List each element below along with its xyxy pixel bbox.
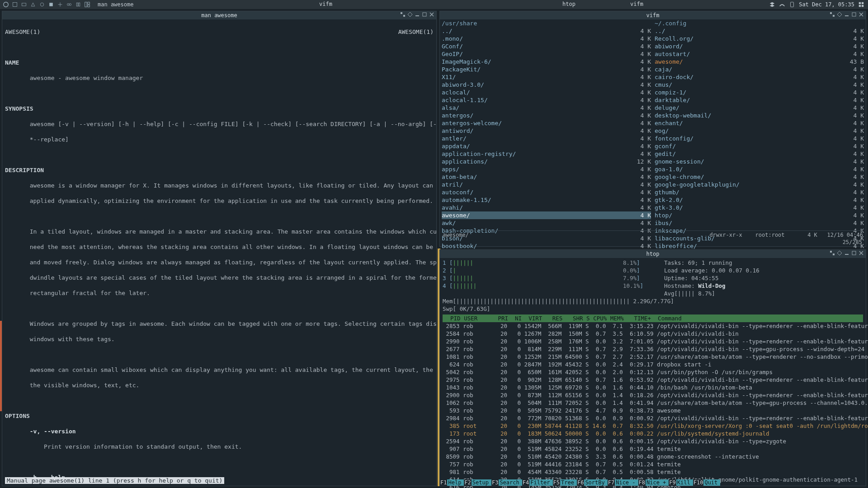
file-row[interactable]: enchant/4 K: [655, 119, 864, 127]
process-row[interactable]: 757 rob 20 0 519M 44416 23184 S 0.7 0.5 …: [443, 460, 863, 468]
file-row[interactable]: antergos/4 K: [442, 112, 651, 119]
file-row[interactable]: deluge/4 K: [655, 104, 864, 112]
file-row[interactable]: X11/4 K: [442, 73, 651, 81]
fkey-label[interactable]: Kill: [676, 479, 693, 486]
fkey-label[interactable]: SortBy: [584, 479, 607, 486]
process-row[interactable]: 1043 rob 20 0 1305M 125M 69720 S 0.0 1.6…: [443, 384, 863, 391]
file-row[interactable]: gthumb/4 K: [655, 188, 864, 196]
process-row[interactable]: 593 rob 20 0 505M 75792 24176 S 4.7 0.9 …: [443, 407, 863, 414]
file-row[interactable]: cairo-dock/4 K: [655, 73, 864, 81]
tray-dropbox-icon[interactable]: [769, 1, 775, 8]
ontop-icon[interactable]: [400, 12, 406, 17]
file-row[interactable]: goa-1.0/4 K: [655, 165, 864, 173]
layout-indicator-icon[interactable]: [858, 1, 864, 8]
process-row[interactable]: 2990 rob 20 0 1006M 258M 176M S 0.0 3.2 …: [443, 338, 863, 345]
sticky-icon[interactable]: [407, 12, 413, 17]
file-row[interactable]: antergos-welcome/4 K: [442, 119, 651, 127]
file-row[interactable]: htop/4 K: [655, 211, 864, 219]
fkey-f1[interactable]: F1: [440, 479, 447, 486]
process-row[interactable]: 385 root 20 0 230M 58744 41128 S 14.6 0.…: [443, 422, 863, 430]
file-row[interactable]: awesome/4 K: [442, 211, 651, 219]
process-row[interactable]: 981 rob 20 0 454M 43340 23228 S 0.7 0.5 …: [443, 468, 863, 476]
file-row[interactable]: gtk-3.0/4 K: [655, 204, 864, 211]
file-row[interactable]: autoconf/4 K: [442, 188, 651, 196]
file-row[interactable]: Recoll.org/4 K: [655, 35, 864, 42]
file-row[interactable]: PackageKit/4 K: [442, 66, 651, 73]
tag-2-icon[interactable]: [21, 1, 27, 8]
maximize-icon[interactable]: [851, 250, 857, 256]
fkey-f8[interactable]: F8: [638, 479, 646, 486]
fkey-f10[interactable]: F10: [693, 479, 704, 486]
htop-header[interactable]: PID USER PRI NI VIRT RES SHR S CPU% MEM%…: [443, 314, 863, 322]
awesome-menu-icon[interactable]: [3, 1, 9, 8]
fkey-f7[interactable]: F7: [608, 479, 615, 486]
file-row[interactable]: abiword/4 K: [655, 42, 864, 50]
tag-8-icon[interactable]: [75, 1, 81, 8]
fkey-f6[interactable]: F6: [577, 479, 584, 486]
file-row[interactable]: awk/4 K: [442, 219, 651, 227]
task-vifm[interactable]: vifm: [319, 1, 332, 7]
minimize-icon[interactable]: [844, 12, 849, 17]
minimize-icon[interactable]: [844, 250, 849, 256]
file-row[interactable]: automake-1.15/4 K: [442, 196, 651, 204]
fkey-f3[interactable]: F3: [491, 479, 499, 486]
file-row[interactable]: appdata/4 K: [442, 142, 651, 150]
tag-3-icon[interactable]: [30, 1, 36, 8]
minimize-icon[interactable]: [415, 12, 420, 17]
fkey-label[interactable]: Filter: [529, 479, 552, 486]
file-row[interactable]: avahi/4 K: [442, 204, 651, 211]
file-row[interactable]: caja/4 K: [655, 66, 864, 73]
fkey-f2[interactable]: F2: [464, 479, 471, 486]
file-row[interactable]: gedit/4 K: [655, 150, 864, 158]
sticky-icon[interactable]: [837, 250, 842, 256]
file-row[interactable]: autostart/4 K: [655, 50, 864, 58]
file-row[interactable]: gnome-session/4 K: [655, 158, 864, 165]
file-row[interactable]: cmus/4 K: [655, 81, 864, 89]
htop-content[interactable]: 1 [|||||| 8.1%] 2 [| 0.0%] 3 [|||||| 7.9…: [440, 258, 866, 488]
maximize-icon[interactable]: [422, 12, 427, 17]
close-icon[interactable]: [429, 12, 434, 17]
fkey-label[interactable]: Help: [447, 479, 464, 486]
file-row[interactable]: ImageMagick-6/4 K: [442, 58, 651, 66]
process-row[interactable]: 2984 rob 20 0 772M 70820 51368 S 0.0 0.9…: [443, 414, 863, 422]
file-row[interactable]: atom-beta/4 K: [442, 173, 651, 181]
file-row[interactable]: google-googletalkplugin/4 K: [655, 181, 864, 188]
fkey-f4[interactable]: F4: [522, 479, 529, 486]
process-row[interactable]: 624 rob 20 0 2847M 192M 45432 S 0.0 2.4 …: [443, 361, 863, 368]
task-htop[interactable]: htop: [562, 1, 576, 7]
process-row[interactable]: 173 root 20 0 183M 50624 50000 S 0.0 0.6…: [443, 430, 863, 437]
file-row[interactable]: compiz-1/4 K: [655, 89, 864, 96]
file-row[interactable]: awesome/43 B: [655, 58, 864, 66]
tag-4-icon[interactable]: [39, 1, 45, 8]
close-icon[interactable]: [859, 12, 864, 17]
htop-process-list[interactable]: 2853 rob 20 0 1542M 566M 119M S 0.0 7.1 …: [443, 322, 863, 488]
process-row[interactable]: 2594 rob 20 0 388M 47636 38952 S 0.0 0.6…: [443, 437, 863, 445]
file-row[interactable]: eog/4 K: [655, 127, 864, 135]
close-icon[interactable]: [859, 250, 864, 256]
file-row[interactable]: alsa/4 K: [442, 104, 651, 112]
tag-6-icon[interactable]: [57, 1, 63, 8]
process-row[interactable]: 2677 rob 20 0 814M 229M 111M S 0.7 2.9 7…: [443, 345, 863, 353]
ontop-icon[interactable]: [830, 12, 835, 17]
fkey-label[interactable]: Quit: [703, 479, 720, 486]
file-row[interactable]: apps/4 K: [442, 165, 651, 173]
fkey-label[interactable]: Nice -: [615, 479, 638, 486]
file-row[interactable]: desktop-webmail/4 K: [655, 112, 864, 119]
file-row[interactable]: gconf/4 K: [655, 142, 864, 150]
process-row[interactable]: 2975 rob 20 0 902M 128M 65140 S 0.7 1.6 …: [443, 376, 863, 384]
file-row[interactable]: GConf/4 K: [442, 42, 651, 50]
fkey-label[interactable]: Nice +: [646, 479, 669, 486]
terminal-man-awesome[interactable]: man awesome AWESOME(1)AWESOME(1) NAME aw…: [2, 11, 437, 486]
tray-network-icon[interactable]: [779, 1, 785, 8]
file-row[interactable]: applications/12 K: [442, 158, 651, 165]
file-row[interactable]: gtk-2.0/4 K: [655, 196, 864, 204]
file-row[interactable]: GeoIP/4 K: [442, 50, 651, 58]
process-row[interactable]: 2900 rob 20 0 873M 112M 65156 S 0.0 1.4 …: [443, 391, 863, 399]
file-row[interactable]: ../4 K: [442, 27, 651, 35]
process-row[interactable]: 5042 rob 20 0 650M 161M 42052 S 0.0 2.0 …: [443, 368, 863, 376]
process-row[interactable]: 1062 rob 20 0 504M 111M 72052 S 0.0 1.4 …: [443, 399, 863, 407]
file-row[interactable]: libreoffice/4 K: [655, 242, 864, 250]
fkey-label[interactable]: Tree: [560, 479, 577, 486]
process-row[interactable]: 8509 rob 20 0 510M 45420 24380 S 3.3 0.6…: [443, 453, 863, 460]
process-row[interactable]: 2853 rob 20 0 1542M 566M 119M S 0.0 7.1 …: [443, 322, 863, 330]
